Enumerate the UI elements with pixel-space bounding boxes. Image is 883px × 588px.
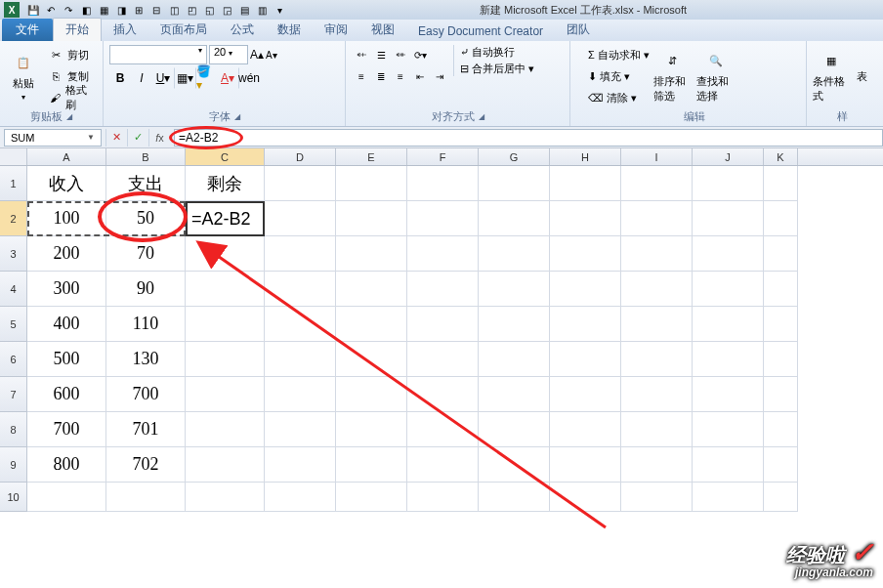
cell[interactable] [479,166,550,201]
cell[interactable] [407,166,479,201]
cell[interactable] [336,307,407,342]
cell-a9[interactable]: 800 [27,447,106,483]
align-bottom-icon[interactable]: ⬵ [391,45,410,64]
cell[interactable] [265,342,336,377]
cell[interactable] [550,272,621,307]
cell[interactable] [479,201,550,236]
underline-button[interactable]: U▾ [152,67,174,89]
cell[interactable] [693,412,764,447]
launcher-icon[interactable]: ◢ [234,112,240,121]
cell[interactable] [479,447,550,483]
row-header-8[interactable]: 8 [0,412,27,447]
cell-c2[interactable] [186,201,265,236]
qat-btn-11[interactable]: ▥ [254,2,270,18]
cell[interactable] [186,342,265,377]
cell-a6[interactable]: 500 [27,342,106,377]
cell-b4[interactable]: 90 [106,272,186,307]
col-header-k[interactable]: K [764,148,798,165]
cell-a7[interactable]: 600 [27,377,106,412]
cell[interactable] [265,201,336,236]
cell[interactable] [407,201,479,236]
row-header-1[interactable]: 1 [0,166,27,201]
cell[interactable] [265,412,336,447]
font-name-select[interactable]: ▾ [109,45,207,64]
sort-filter-button[interactable]: ⇵ 排序和筛选 [653,45,693,107]
cell[interactable] [479,412,550,447]
qat-dropdown-icon[interactable]: ▾ [272,2,287,18]
cell[interactable] [550,412,621,447]
chevron-down-icon[interactable]: ▼ [87,133,95,142]
cell[interactable] [550,483,621,512]
cell-b9[interactable]: 702 [106,447,186,483]
align-top-icon[interactable]: ⬴ [352,45,371,64]
col-header-b[interactable]: B [106,148,186,165]
cut-button[interactable]: ✂剪切 [44,45,97,64]
indent-dec-icon[interactable]: ⇤ [410,66,430,86]
merge-center-button[interactable]: ⊟合并后居中▾ [460,62,534,76]
cell[interactable] [550,236,621,272]
cell[interactable] [407,272,479,307]
cell[interactable] [407,307,479,342]
cell[interactable] [407,236,479,272]
qat-btn-4[interactable]: ⊞ [131,2,147,18]
cell[interactable] [621,412,693,447]
qat-btn-7[interactable]: ◰ [184,2,199,18]
col-header-a[interactable]: A [27,148,106,165]
align-right-icon[interactable]: ≡ [391,66,410,86]
tab-review[interactable]: 审阅 [313,19,359,41]
cell[interactable] [693,166,764,201]
cell-b6[interactable]: 130 [106,342,186,377]
cell[interactable] [479,377,550,412]
cell[interactable] [693,342,764,377]
qat-btn-9[interactable]: ◲ [219,2,234,18]
accept-formula-button[interactable]: ✓ [127,129,148,147]
qat-btn-5[interactable]: ⊟ [148,2,164,18]
tab-view[interactable]: 视图 [359,19,406,41]
cell[interactable] [693,307,764,342]
name-box[interactable]: SUM ▼ [4,129,102,147]
redo-icon[interactable]: ↷ [61,2,76,18]
cell[interactable] [265,447,336,483]
cell[interactable] [764,447,798,483]
cell[interactable] [265,483,336,512]
col-header-g[interactable]: G [479,148,550,165]
fill-button[interactable]: ⬇填充▾ [588,66,650,86]
cell-a1[interactable]: 收入 [27,166,106,201]
cell[interactable] [764,166,798,201]
cell[interactable] [336,201,407,236]
row-header-2[interactable]: 2 [0,201,27,236]
font-size-select[interactable]: 20 ▾ [209,45,248,64]
table-format-button[interactable]: 表 [853,45,871,107]
cell-a8[interactable]: 700 [27,412,106,447]
cell[interactable] [336,236,407,272]
increase-font-icon[interactable]: A▴ [250,48,264,62]
cell[interactable] [764,272,798,307]
tab-data[interactable]: 数据 [266,19,313,41]
cell[interactable] [621,272,693,307]
cell[interactable] [621,236,693,272]
cell[interactable] [621,483,693,512]
cell[interactable] [336,483,407,512]
border-button[interactable]: ▦▾ [174,67,195,89]
fx-button[interactable]: fx [148,129,170,147]
tab-formulas[interactable]: 公式 [219,19,266,41]
cell[interactable] [407,377,479,412]
cell[interactable] [764,342,798,377]
indent-inc-icon[interactable]: ⇥ [430,66,449,86]
cell-b1[interactable]: 支出 [106,166,186,201]
col-header-f[interactable]: F [407,148,479,165]
cell[interactable] [186,377,265,412]
cell[interactable] [764,412,798,447]
cell[interactable] [764,201,798,236]
cell-b2[interactable]: 50 [106,201,186,236]
col-header-j[interactable]: J [693,148,764,165]
align-center-icon[interactable]: ≣ [371,66,391,86]
tab-file[interactable]: 文件 [2,19,53,41]
row-header-7[interactable]: 7 [0,377,27,412]
conditional-format-button[interactable]: ▦ 条件格式 [813,45,849,107]
cell[interactable] [550,342,621,377]
cell[interactable] [336,447,407,483]
qat-btn-8[interactable]: ◱ [201,2,217,18]
cell[interactable] [693,236,764,272]
col-header-i[interactable]: I [621,148,693,165]
